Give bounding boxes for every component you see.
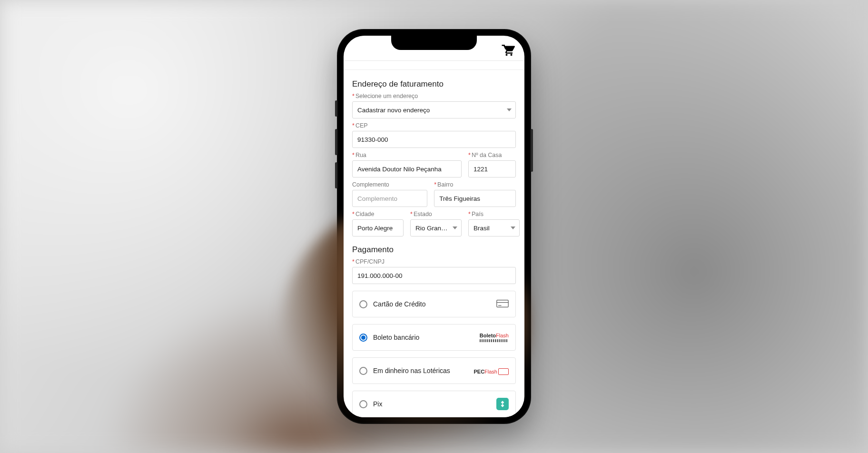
cpf-input[interactable]: 191.000.000-00 [352, 267, 516, 284]
mute-switch [335, 100, 337, 117]
number-label: *Nº da Casa [468, 152, 516, 158]
svg-point-0 [506, 54, 508, 56]
svg-point-1 [511, 54, 513, 56]
chevron-down-icon [507, 108, 512, 111]
payment-option-loterica[interactable]: Em dinheiro nas Lotéricas PECFlash [352, 357, 516, 384]
app-screen: Endereço de faturamento *Selecione um en… [344, 36, 524, 417]
chevron-down-icon [453, 226, 457, 229]
district-label: *Bairro [434, 181, 516, 188]
radio-unchecked-icon [359, 400, 367, 408]
city-input[interactable]: Porto Alegre [352, 219, 404, 236]
country-label: *País [468, 211, 520, 217]
pix-icon [496, 398, 509, 410]
power-button [531, 129, 533, 172]
spacer [344, 61, 524, 70]
payment-option-pix[interactable]: Pix [352, 391, 516, 417]
state-label: *Estado [410, 211, 462, 217]
svg-rect-2 [497, 300, 508, 307]
payment-option-credit-card[interactable]: Cartão de Crédito [352, 291, 516, 317]
payment-label: Boleto bancário [373, 334, 419, 341]
payment-label: Cartão de Crédito [373, 300, 426, 308]
country-dropdown[interactable]: Brasil [468, 219, 520, 236]
radio-unchecked-icon [359, 300, 367, 308]
street-label: *Rua [352, 152, 462, 158]
boleto-flash-logo: BoletoFlash [480, 333, 509, 342]
phone-frame: Endereço de faturamento *Selecione um en… [337, 29, 531, 424]
cpf-label: *CPF/CNPJ [352, 258, 516, 265]
district-input[interactable]: Três Figueiras [434, 190, 516, 207]
cep-input[interactable]: 91330-000 [352, 131, 516, 148]
radio-unchecked-icon [359, 367, 367, 375]
complement-label: Complemento [352, 181, 427, 188]
billing-heading: Endereço de faturamento [352, 79, 516, 89]
payment-option-boleto[interactable]: Boleto bancário BoletoFlash [352, 324, 516, 351]
cep-label: *CEP [352, 122, 516, 129]
volume-up [335, 129, 337, 155]
radio-checked-icon [359, 334, 367, 342]
cart-icon[interactable] [501, 42, 515, 57]
chevron-down-icon [511, 226, 515, 229]
payment-label: Pix [373, 400, 382, 408]
select-address-value: Cadastrar novo endereço [357, 107, 430, 114]
notch [391, 36, 477, 50]
payment-heading: Pagamento [352, 245, 516, 255]
credit-card-icon [496, 299, 509, 310]
volume-down [335, 162, 337, 188]
select-address-label: *Selecione um endereço [352, 93, 516, 99]
street-input[interactable]: Avenida Doutor Nilo Peçanha [352, 160, 462, 177]
city-label: *Cidade [352, 211, 404, 217]
state-dropdown[interactable]: Rio Gran… [410, 219, 462, 236]
pec-flash-logo: PECFlash [473, 367, 509, 374]
payment-label: Em dinheiro nas Lotéricas [373, 367, 450, 374]
select-address-dropdown[interactable]: Cadastrar novo endereço [352, 101, 516, 118]
complement-input[interactable]: Complemento [352, 190, 427, 207]
number-input[interactable]: 1221 [468, 160, 516, 177]
